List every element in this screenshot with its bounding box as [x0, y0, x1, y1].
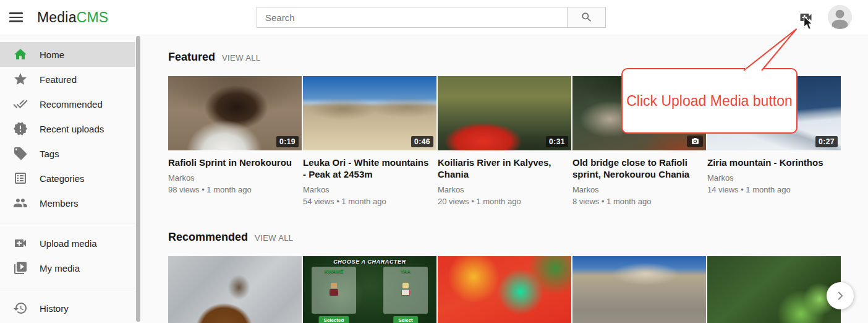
sidebar-item-label: History: [40, 303, 69, 314]
sidebar-item-recommended[interactable]: Recommended: [0, 92, 135, 116]
media-author[interactable]: Markos: [707, 173, 841, 183]
done-all-icon: [13, 97, 28, 111]
members-icon: [13, 196, 28, 210]
game-selected-button: Selected: [319, 316, 349, 323]
media-thumbnail-pumpkin-craft[interactable]: [168, 256, 302, 323]
media-card[interactable]: CHOOSE A CHARACTERKWAMESelectedYAASelect: [303, 256, 436, 323]
media-thumbnail-color-gradient[interactable]: [438, 256, 571, 323]
media-meta: 14 views • 1 month ago: [707, 184, 841, 195]
sidebar-item-recent-uploads[interactable]: Recent uploads: [0, 116, 135, 141]
media-title[interactable]: Old bridge close to Rafioli sprint, Nero…: [572, 157, 706, 180]
section-header: RecommendedVIEW ALL: [168, 231, 868, 244]
sidebar-item-history[interactable]: History: [0, 296, 135, 321]
sidebar-divider: [0, 223, 135, 223]
media-title[interactable]: Rafioli Sprint in Nerokourou: [168, 157, 302, 168]
sidebar-scrollbar-track[interactable]: [135, 35, 141, 323]
game-select-button: Select: [393, 316, 418, 323]
sidebar-item-label: Recent uploads: [40, 124, 104, 134]
game-overlay-title: CHOOSE A CHARACTER: [303, 259, 436, 265]
media-author[interactable]: Markos: [168, 173, 302, 183]
sidebar-divider: [0, 288, 135, 288]
media-author[interactable]: Markos: [303, 184, 436, 195]
game-character-sprite: [401, 283, 411, 299]
search-button[interactable]: [567, 7, 605, 27]
game-character-name: KWAME: [312, 269, 356, 274]
sidebar: HomeFeaturedRecommendedRecent uploadsTag…: [0, 35, 135, 323]
view-all-link[interactable]: VIEW ALL: [255, 233, 293, 243]
media-thumbnail-green-leaves[interactable]: [707, 256, 841, 323]
media-meta: 20 views • 1 month ago: [438, 196, 571, 207]
carousel-next-button[interactable]: [827, 282, 854, 309]
upload-media-button[interactable]: [798, 10, 814, 25]
camera-badge-icon: [687, 136, 703, 147]
media-thumbnail-game-choose-character[interactable]: CHOOSE A CHARACTERKWAMESelectedYAASelect: [303, 256, 436, 323]
hamburger-menu-icon[interactable]: [9, 11, 25, 24]
sidebar-item-label: Recommended: [40, 99, 103, 110]
media-author[interactable]: Markos: [572, 184, 706, 195]
sidebar-item-categories[interactable]: Categories: [0, 166, 135, 191]
game-character-name: YAA: [383, 269, 428, 274]
sidebar-item-my-media[interactable]: My media: [0, 256, 135, 280]
duration-badge: 0:31: [546, 136, 568, 147]
media-meta: 8 views • 1 month ago: [572, 196, 706, 207]
media-meta: 98 views • 1 month ago: [168, 184, 302, 195]
media-thumbnail-river-kayak[interactable]: 0:31: [438, 76, 571, 150]
annotation-text: Click Upload Media button: [626, 93, 792, 110]
video-library-icon: [13, 261, 28, 275]
star-icon: [13, 72, 28, 87]
categories-icon: [13, 171, 28, 186]
upload-media-icon: [798, 17, 814, 27]
annotation-callout: Click Upload Media button: [621, 68, 798, 134]
media-thumbnail-desert-mountains[interactable]: 0:46: [303, 76, 436, 150]
sidebar-item-members[interactable]: Members: [0, 191, 135, 215]
chevron-right-icon: [833, 289, 847, 303]
media-card[interactable]: 0:46Leuka Ori - White mountains - Peak a…: [303, 76, 436, 207]
sidebar-item-home[interactable]: Home: [0, 42, 135, 67]
sidebar-item-upload-media[interactable]: Upload media: [0, 231, 135, 256]
top-header: MediaCMS: [0, 0, 868, 35]
sidebar-item-label: Members: [40, 198, 79, 209]
media-card[interactable]: [168, 256, 302, 323]
media-title[interactable]: Leuka Ori - White mountains - Peak at 24…: [303, 157, 436, 180]
media-thumbnail-fountain-waterfall[interactable]: 0:19: [168, 76, 302, 150]
media-card[interactable]: [572, 256, 706, 323]
sidebar-item-tags[interactable]: Tags: [0, 141, 135, 166]
game-character-panel: KWAMESelected: [312, 267, 356, 314]
user-avatar-icon: [828, 20, 852, 29]
sidebar-item-label: Featured: [40, 74, 77, 85]
duration-badge: 0:27: [815, 136, 838, 147]
search-bar: [257, 7, 606, 28]
home-icon: [13, 47, 28, 62]
media-meta: 54 views • 1 month ago: [303, 196, 436, 207]
media-row: CHOOSE A CHARACTERKWAMESelectedYAASelect: [168, 256, 868, 323]
game-character-panel: YAASelect: [383, 267, 428, 314]
media-thumbnail-rocky-mountain[interactable]: [572, 256, 706, 323]
media-card[interactable]: 0:31Koiliaris River in Kalyves, ChaniaMa…: [438, 76, 571, 207]
media-card[interactable]: [438, 256, 571, 323]
sidebar-item-featured[interactable]: Featured: [0, 67, 135, 92]
sidebar-item-label: Upload media: [40, 238, 97, 249]
section-title: Recommended: [168, 231, 248, 244]
logo-text-media: Media: [37, 9, 77, 26]
media-card[interactable]: 0:19Rafioli Sprint in NerokourouMarkos98…: [168, 76, 302, 207]
logo-text-cms: CMS: [77, 9, 109, 26]
new-releases-icon: [13, 121, 28, 136]
search-icon: [581, 11, 593, 24]
media-card[interactable]: [707, 256, 841, 323]
duration-badge: 0:19: [276, 136, 299, 147]
media-title[interactable]: Koiliaris River in Kalyves, Chania: [438, 157, 571, 180]
section-header: FeaturedVIEW ALL: [168, 51, 868, 64]
media-title[interactable]: Ziria mountain - Korinthos: [707, 157, 841, 168]
sidebar-item-label: My media: [40, 263, 80, 273]
sidebar-item-label: Categories: [40, 173, 85, 184]
media-author[interactable]: Markos: [438, 184, 571, 195]
duration-badge: 0:46: [411, 136, 433, 147]
app-logo[interactable]: MediaCMS: [37, 0, 108, 35]
search-input[interactable]: [257, 7, 567, 27]
sidebar-item-label: Tags: [40, 149, 59, 159]
user-avatar[interactable]: [828, 5, 852, 29]
sidebar-item-label: Home: [40, 50, 64, 60]
section-title: Featured: [168, 51, 215, 64]
sidebar-scrollbar-thumb[interactable]: [136, 36, 140, 322]
view-all-link[interactable]: VIEW ALL: [222, 53, 260, 62]
